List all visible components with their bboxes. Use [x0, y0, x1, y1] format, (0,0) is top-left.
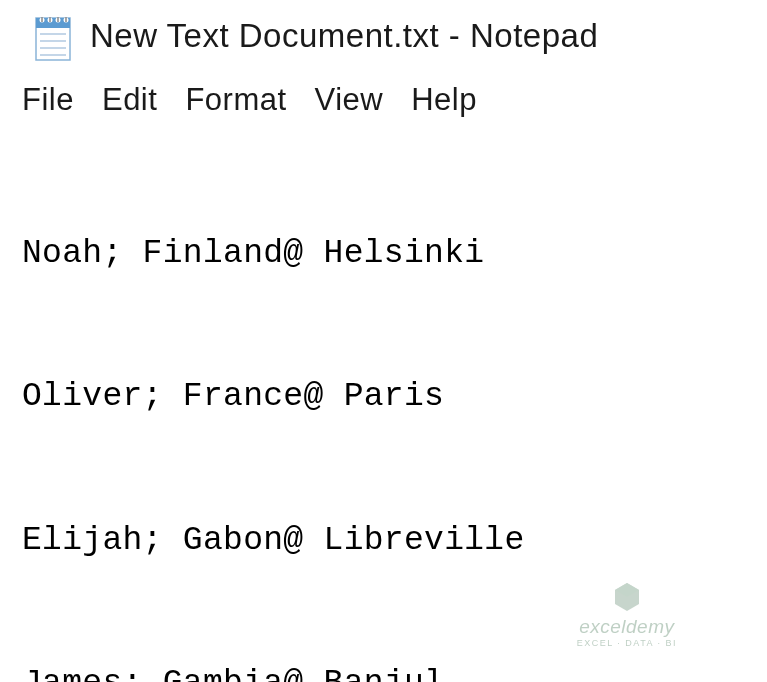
watermark-brand: exceldemy: [579, 616, 674, 638]
menu-format[interactable]: Format: [185, 82, 286, 118]
menu-file[interactable]: File: [22, 82, 74, 118]
window-title: New Text Document.txt - Notepad: [90, 17, 598, 55]
text-line: James; Gambia@ Banjul: [22, 660, 745, 682]
notepad-window: New Text Document.txt - Notepad File Edi…: [0, 0, 767, 682]
menu-help[interactable]: Help: [411, 82, 477, 118]
menu-edit[interactable]: Edit: [102, 82, 157, 118]
title-bar: New Text Document.txt - Notepad: [0, 0, 767, 76]
text-line: Elijah; Gabon@ Libreville: [22, 517, 745, 565]
text-line: Noah; Finland@ Helsinki: [22, 230, 745, 278]
menu-bar: File Edit Format View Help: [0, 76, 767, 128]
text-line: Oliver; France@ Paris: [22, 373, 745, 421]
notepad-icon: [30, 10, 76, 62]
watermark-tagline: EXCEL · DATA · BI: [577, 638, 677, 648]
watermark-logo-icon: [609, 580, 645, 616]
menu-view[interactable]: View: [315, 82, 384, 118]
watermark: exceldemy EXCEL · DATA · BI: [577, 580, 677, 648]
